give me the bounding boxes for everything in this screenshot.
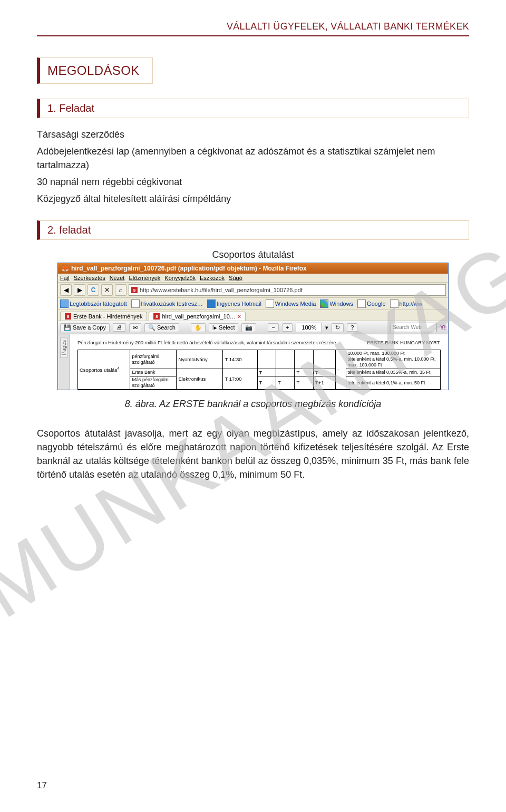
cell-provider2: Erste Bank (130, 369, 177, 376)
zoom-dropdown-icon[interactable]: ▾ (325, 324, 328, 331)
page-icon (207, 299, 216, 308)
back-icon[interactable]: ◀ (60, 284, 72, 296)
rotate-button[interactable]: ↻ (332, 323, 344, 332)
bm-wmedia[interactable]: Windows Media (266, 299, 316, 308)
cell-channel1: Nyomtatvány (177, 350, 223, 369)
bm-most-visited[interactable]: Legtöbbször látogatott (60, 299, 127, 308)
cell-fee1: 10.000 Ft, max. 100.000 Ft tételenként a… (346, 350, 440, 369)
task1-heading: 1. Feladat (37, 99, 469, 118)
task2-subtitle: Csoportos átutalást (37, 249, 469, 260)
cell-t5: T (276, 376, 294, 390)
url-text: http://www.erstebank.hu/file/hird_vall_p… (140, 287, 303, 293)
section-title: MEGOLDÁSOK (47, 63, 140, 78)
menu-file[interactable]: Fájl (60, 275, 70, 281)
bm-label: Legtöbbször látogatott (70, 301, 127, 307)
bm-windows[interactable]: Windows (320, 299, 353, 308)
erste-icon: s (153, 313, 160, 320)
search-label: Search (157, 324, 176, 331)
tab-bar: sErste Bank - Hirdetmények shird_vall_pe… (58, 310, 448, 321)
close-icon[interactable]: × (238, 313, 241, 320)
pdf-meta-right: ERSTE BANK HUNGARY NYRT. (367, 340, 441, 345)
pdf-table: Csoportos utalás4 pénzforgalmi szolgálta… (77, 350, 441, 389)
cell-t: T (257, 369, 276, 376)
forward-icon[interactable]: ▶ (74, 284, 85, 296)
figure-caption: 8. ábra. Az ERSTE banknál a csoportos me… (37, 399, 469, 410)
cell-t2: T (295, 369, 313, 376)
cell-t7: T+1 (313, 376, 335, 390)
hand-tool-button[interactable]: ✋ (191, 323, 206, 332)
page-icon (131, 299, 140, 308)
doc-header: VÁLLALTI ÜGYFELEK, VÁLLALATI BANKI TERMÉ… (37, 21, 469, 32)
embedded-screenshot: 🦊 hird_vall_penzforgalmi_100726.pdf (app… (57, 263, 449, 390)
tab-pdf[interactable]: shird_vall_penzforgalmi_10…× (149, 312, 246, 321)
pdf-toolbar: 💾 Save a Copy 🖨 ✉ 🔍 Search ✋ I▸ Select 📷… (58, 321, 448, 334)
cell-time1: T 14:30 (223, 350, 257, 369)
pdf-page: Pénzforgalmi Hirdetmény 200 millió Ft fe… (70, 334, 448, 389)
site-favicon: s (131, 287, 138, 293)
bm-customize[interactable]: Hivatkozások testresz… (131, 299, 203, 308)
select-tool-button[interactable]: I▸ Select (209, 323, 239, 332)
window-title: hird_vall_penzforgalmi_100726.pdf (appli… (71, 265, 307, 272)
url-input[interactable]: s http://www.erstebank.hu/file/hird_vall… (129, 284, 446, 296)
yahoo-icon[interactable]: Y! (440, 324, 446, 331)
firefox-icon: 🦊 (61, 265, 69, 272)
pdf-sidebar: Pages (58, 334, 70, 389)
page-icon (390, 299, 398, 308)
task1-line2: Adóbejelentkezési lap (amennyiben a cégk… (37, 144, 469, 172)
page-icon (266, 299, 274, 308)
cell-t4: T (257, 376, 276, 390)
home-icon[interactable]: ⌂ (115, 284, 126, 296)
window-titlebar: 🦊 hird_vall_penzforgalmi_100726.pdf (app… (58, 263, 448, 274)
zoom-out-button[interactable]: − (268, 323, 278, 332)
windows-icon (320, 299, 328, 308)
cell-fee3: tételenként a tétel 0,1%-a, min. 50 Ft (346, 376, 440, 390)
zoom-in-button[interactable]: + (282, 323, 293, 332)
bookmarks-toolbar: Legtöbbször látogatott Hivatkozások test… (58, 298, 448, 310)
cell-provider3: Más pénzforgalmi szolgáltató (130, 376, 177, 390)
menu-tools[interactable]: Eszközök (200, 275, 225, 281)
stop-icon[interactable]: ✕ (101, 284, 113, 296)
erste-icon: s (65, 313, 71, 320)
cell-provider1: pénzforgalmi szolgáltató (130, 350, 177, 369)
bm-url[interactable]: http://ww (390, 299, 422, 308)
cell-service: Csoportos utalás4 (78, 350, 130, 389)
bm-label: Ingyenes Hotmail (217, 301, 261, 307)
search-button[interactable]: 🔍 Search (144, 323, 179, 332)
reload-icon[interactable]: C (87, 284, 99, 296)
task2-heading: 2. feladat (37, 220, 469, 240)
task1-line3: 30 napnál nem régebbi cégkivonat (37, 175, 469, 189)
header-divider (37, 35, 469, 36)
mail-button[interactable]: ✉ (129, 323, 141, 332)
bm-label: Windows (329, 301, 353, 307)
menu-help[interactable]: Súgó (229, 275, 242, 281)
sidebar-pages-tab[interactable]: Pages (60, 337, 68, 357)
menubar: Fájl Szerkesztés Nézet Előzmények Könyvj… (58, 274, 448, 283)
help-button[interactable]: ? (347, 323, 357, 332)
bm-label: Hivatkozások testresz… (141, 301, 203, 307)
task1-label: 1. Feladat (47, 102, 94, 114)
bm-google[interactable]: Google (357, 299, 385, 308)
body-paragraph: Csoportos átutalást javasolja, mert az e… (37, 427, 469, 481)
menu-edit[interactable]: Szerkesztés (74, 275, 105, 281)
page-number: 17 (37, 780, 47, 791)
cell-t6: T (295, 376, 313, 390)
zoom-value[interactable]: 100% (296, 323, 322, 332)
bm-label: http://ww (400, 301, 422, 307)
bm-hotmail[interactable]: Ingyenes Hotmail (207, 299, 261, 308)
menu-history[interactable]: Előzmények (129, 275, 160, 281)
cell-dash: - (276, 369, 294, 376)
print-button[interactable]: 🖨 (113, 323, 126, 332)
snapshot-button[interactable]: 📷 (241, 323, 256, 332)
menu-view[interactable]: Nézet (110, 275, 125, 281)
menu-bookmarks[interactable]: Könyvjelzők (164, 275, 196, 281)
cell-channel2: Elektronikus (177, 369, 223, 389)
search-web-input[interactable]: Search Web (391, 323, 437, 332)
bm-label: Google (367, 301, 385, 307)
cell-t3: T (313, 369, 335, 376)
nav-toolbar: ◀ ▶ C ✕ ⌂ s http://www.erstebank.hu/file… (58, 283, 448, 298)
task1-line4: Közjegyző által hitelesített aláírási cí… (37, 192, 469, 206)
tab-erste[interactable]: sErste Bank - Hirdetmények (60, 312, 147, 321)
tab-label: hird_vall_penzforgalmi_10… (162, 313, 235, 320)
task1-line1: Társasági szerződés (37, 128, 469, 141)
save-copy-button[interactable]: 💾 Save a Copy (60, 323, 110, 332)
